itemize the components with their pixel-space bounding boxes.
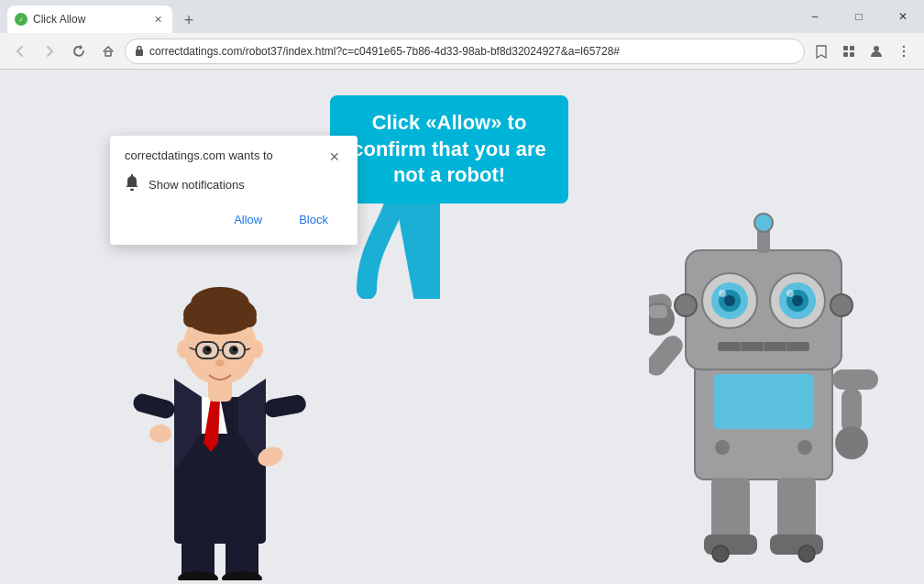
bell-icon bbox=[125, 174, 139, 194]
svg-rect-5 bbox=[850, 46, 854, 50]
back-button[interactable] bbox=[7, 39, 33, 64]
address-bar[interactable]: correctdatings.com/robot37/index.html?c=… bbox=[125, 39, 805, 64]
bookmark-button[interactable] bbox=[808, 39, 834, 64]
svg-point-30 bbox=[191, 287, 249, 320]
svg-point-72 bbox=[830, 294, 852, 316]
svg-point-46 bbox=[798, 440, 812, 455]
svg-point-38 bbox=[206, 347, 210, 351]
svg-point-8 bbox=[874, 46, 879, 51]
svg-rect-7 bbox=[850, 52, 854, 57]
reload-button[interactable] bbox=[66, 39, 92, 64]
svg-point-40 bbox=[215, 359, 225, 367]
svg-point-39 bbox=[233, 347, 236, 351]
lock-icon bbox=[135, 45, 144, 58]
robot-illustration bbox=[649, 177, 878, 584]
svg-rect-15 bbox=[226, 507, 258, 580]
svg-rect-4 bbox=[843, 46, 848, 50]
svg-rect-3 bbox=[136, 50, 143, 56]
svg-point-41 bbox=[177, 340, 190, 358]
svg-point-63 bbox=[719, 290, 726, 297]
notification-label: Show notifications bbox=[148, 178, 245, 192]
svg-point-66 bbox=[754, 214, 773, 232]
tab-favicon: ✓ bbox=[15, 13, 28, 26]
maximize-button[interactable]: □ bbox=[838, 0, 880, 33]
popup-notification-row: Show notifications bbox=[125, 174, 343, 194]
new-tab-button[interactable]: + bbox=[176, 7, 202, 33]
popup-header: correctdatings.com wants to ✕ bbox=[125, 149, 343, 165]
svg-rect-23 bbox=[263, 393, 308, 419]
popup-close-button[interactable]: ✕ bbox=[326, 149, 343, 165]
extensions-button[interactable] bbox=[836, 39, 862, 64]
svg-rect-73 bbox=[649, 332, 687, 380]
svg-rect-2 bbox=[105, 51, 111, 56]
svg-rect-14 bbox=[182, 507, 214, 580]
home-button[interactable] bbox=[95, 39, 121, 64]
svg-rect-76 bbox=[649, 305, 667, 318]
title-bar: ✓ Click Allow ✕ + – □ ✕ bbox=[0, 0, 924, 33]
svg-point-71 bbox=[675, 294, 697, 316]
tab-area: ✓ Click Allow ✕ + bbox=[0, 0, 794, 33]
svg-point-64 bbox=[786, 290, 794, 297]
svg-point-10 bbox=[903, 50, 905, 51]
close-button[interactable]: ✕ bbox=[882, 0, 924, 33]
notification-popup: correctdatings.com wants to ✕ Show notif… bbox=[110, 136, 358, 245]
tab-title: Click Allow bbox=[33, 13, 145, 26]
toolbar-actions bbox=[808, 39, 917, 64]
svg-point-25 bbox=[149, 424, 171, 443]
toolbar: correctdatings.com/robot37/index.html?c=… bbox=[0, 33, 924, 70]
speech-bubble: Click «Allow» to confirm that you are no… bbox=[330, 95, 568, 204]
svg-point-42 bbox=[250, 340, 263, 358]
svg-text:✓: ✓ bbox=[18, 17, 24, 23]
svg-rect-47 bbox=[711, 478, 750, 542]
allow-button[interactable]: Allow bbox=[219, 207, 277, 232]
svg-rect-77 bbox=[832, 369, 878, 390]
page-content: Click «Allow» to confirm that you are no… bbox=[0, 70, 924, 584]
svg-rect-44 bbox=[713, 374, 814, 429]
active-tab[interactable]: ✓ Click Allow ✕ bbox=[7, 6, 172, 33]
popup-title: correctdatings.com wants to bbox=[125, 149, 273, 162]
svg-point-80 bbox=[130, 189, 134, 192]
svg-point-51 bbox=[712, 545, 729, 562]
svg-point-79 bbox=[835, 426, 868, 459]
svg-point-61 bbox=[724, 295, 735, 306]
popup-buttons: Allow Block bbox=[125, 207, 343, 232]
block-button[interactable]: Block bbox=[284, 207, 343, 232]
minimize-button[interactable]: – bbox=[794, 0, 836, 33]
url-text: correctdatings.com/robot37/index.html?c=… bbox=[149, 45, 795, 58]
svg-rect-22 bbox=[131, 391, 177, 420]
forward-button[interactable] bbox=[37, 39, 62, 64]
person-illustration bbox=[119, 195, 321, 584]
tab-close-button[interactable]: ✕ bbox=[150, 12, 165, 27]
svg-point-62 bbox=[792, 295, 803, 306]
svg-rect-48 bbox=[777, 478, 816, 542]
svg-point-9 bbox=[903, 45, 905, 47]
window-controls: – □ ✕ bbox=[794, 0, 924, 33]
svg-point-11 bbox=[903, 54, 905, 56]
browser-frame: ✓ Click Allow ✕ + – □ ✕ bbox=[0, 0, 924, 584]
svg-point-45 bbox=[715, 440, 730, 455]
svg-point-52 bbox=[798, 545, 815, 562]
svg-rect-6 bbox=[843, 52, 848, 57]
profile-button[interactable] bbox=[864, 39, 889, 64]
menu-button[interactable] bbox=[891, 39, 917, 64]
